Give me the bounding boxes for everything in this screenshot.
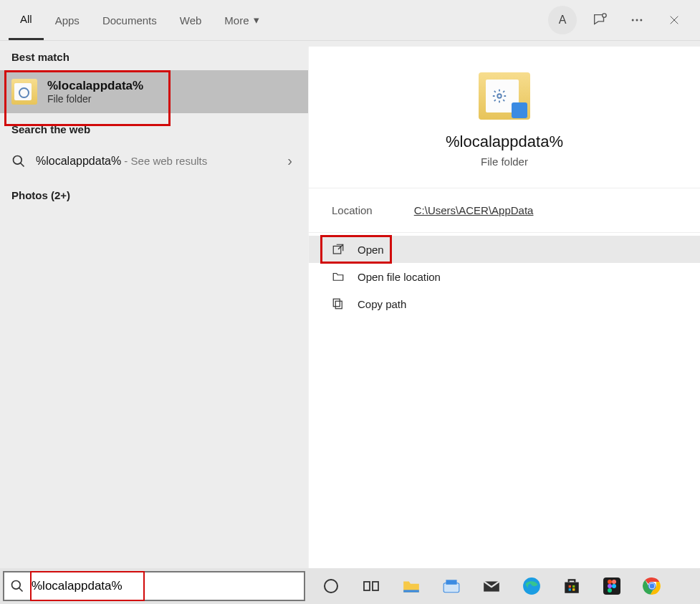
svg-rect-8: [333, 299, 340, 307]
search-icon: [11, 154, 26, 168]
best-match-title: %localappdata%: [47, 79, 143, 93]
tab-documents[interactable]: Documents: [91, 0, 168, 40]
results-left-pane: Best match %localappdata% File folder Se…: [0, 41, 308, 568]
web-result-row[interactable]: %localappdata% - See web results ›: [0, 143, 308, 179]
action-list: Open Open file location Copy path: [309, 233, 700, 317]
svg-point-22: [608, 580, 612, 584]
svg-rect-11: [364, 582, 370, 590]
web-result-text: %localappdata% - See web results: [36, 155, 207, 168]
svg-point-3: [640, 19, 642, 21]
best-match-subtitle: File folder: [47, 93, 143, 105]
vscode-badge-icon: [512, 102, 527, 118]
best-match-result[interactable]: %localappdata% File folder: [0, 70, 308, 113]
preview-subtitle: File folder: [481, 155, 528, 168]
svg-rect-16: [565, 583, 579, 593]
figma-icon[interactable]: [602, 576, 622, 596]
search-box-wrap: [0, 568, 308, 604]
svg-point-9: [12, 581, 21, 590]
svg-rect-19: [569, 588, 571, 590]
action-open-loc-label: Open file location: [358, 271, 441, 283]
folder-icon: [11, 79, 37, 105]
svg-point-15: [523, 577, 540, 595]
svg-point-1: [632, 19, 634, 21]
more-options-icon[interactable]: [623, 6, 651, 34]
svg-rect-7: [335, 301, 342, 309]
action-open-file-location[interactable]: Open file location: [309, 263, 700, 290]
search-header: All Apps Documents Web More ▾ A: [0, 0, 700, 41]
location-path[interactable]: C:\Users\ACER\AppData: [414, 204, 534, 216]
svg-point-30: [650, 584, 655, 589]
microsoft-store-icon[interactable]: [562, 576, 582, 596]
svg-point-2: [636, 19, 638, 21]
action-copy-path[interactable]: Copy path: [309, 290, 700, 317]
svg-point-26: [608, 588, 612, 593]
folder-icon-large: [479, 72, 530, 120]
location-row: Location C:\Users\ACER\AppData: [309, 188, 700, 233]
feedback-icon[interactable]: [585, 6, 614, 34]
keyboard-icon[interactable]: [441, 576, 461, 596]
location-label: Location: [332, 204, 373, 216]
mail-icon[interactable]: [481, 576, 502, 596]
tab-more[interactable]: More ▾: [213, 0, 270, 40]
copy-icon: [332, 297, 345, 310]
preview-title: %localappdata%: [446, 133, 563, 151]
edge-icon[interactable]: [522, 576, 542, 596]
folder-location-icon: [332, 270, 345, 283]
tab-more-label: More: [224, 14, 249, 27]
svg-point-25: [612, 584, 616, 588]
preview-header: %localappdata% File folder: [309, 47, 700, 188]
action-copy-path-label: Copy path: [358, 298, 406, 310]
search-icon: [10, 579, 24, 593]
results-split: Best match %localappdata% File folder Se…: [0, 41, 700, 568]
action-open-label: Open: [358, 244, 384, 256]
svg-rect-12: [373, 582, 378, 590]
open-icon: [332, 243, 345, 256]
svg-rect-14: [446, 580, 456, 585]
search-web-label: Search the web: [0, 113, 308, 143]
best-match-text: %localappdata% File folder: [47, 79, 143, 105]
chevron-down-icon: ▾: [254, 14, 259, 27]
svg-point-0: [603, 14, 607, 18]
cortana-icon[interactable]: [321, 576, 341, 596]
tab-web[interactable]: Web: [168, 0, 214, 40]
taskbar: [0, 568, 700, 604]
svg-rect-20: [572, 588, 575, 590]
photos-label[interactable]: Photos (2+): [0, 179, 308, 208]
web-suffix: - See web results: [121, 155, 207, 167]
svg-point-10: [325, 580, 337, 593]
gear-icon: [492, 88, 507, 104]
best-match-label: Best match: [0, 41, 308, 70]
web-result-left: %localappdata% - See web results: [11, 154, 207, 168]
web-query: %localappdata%: [36, 155, 121, 167]
preview-pane: %localappdata% File folder Location C:\U…: [308, 47, 700, 568]
search-box[interactable]: [3, 571, 305, 601]
close-icon[interactable]: [660, 6, 689, 34]
task-view-icon[interactable]: [361, 576, 381, 596]
chrome-icon[interactable]: [642, 576, 662, 596]
header-actions: A: [548, 6, 694, 34]
action-open[interactable]: Open: [309, 236, 700, 263]
taskbar-icons: [308, 576, 662, 596]
user-avatar[interactable]: A: [548, 6, 577, 34]
filter-tabs: All Apps Documents Web More ▾: [0, 0, 271, 40]
svg-point-23: [612, 580, 616, 584]
svg-rect-17: [569, 585, 571, 588]
svg-point-5: [497, 94, 502, 98]
search-input[interactable]: [32, 579, 298, 593]
file-explorer-icon[interactable]: [401, 576, 421, 596]
tab-apps[interactable]: Apps: [44, 0, 91, 40]
svg-point-24: [608, 584, 612, 588]
chevron-right-icon: ›: [287, 153, 297, 169]
tab-all[interactable]: All: [9, 0, 44, 40]
svg-point-4: [14, 155, 22, 164]
svg-rect-18: [572, 585, 575, 588]
